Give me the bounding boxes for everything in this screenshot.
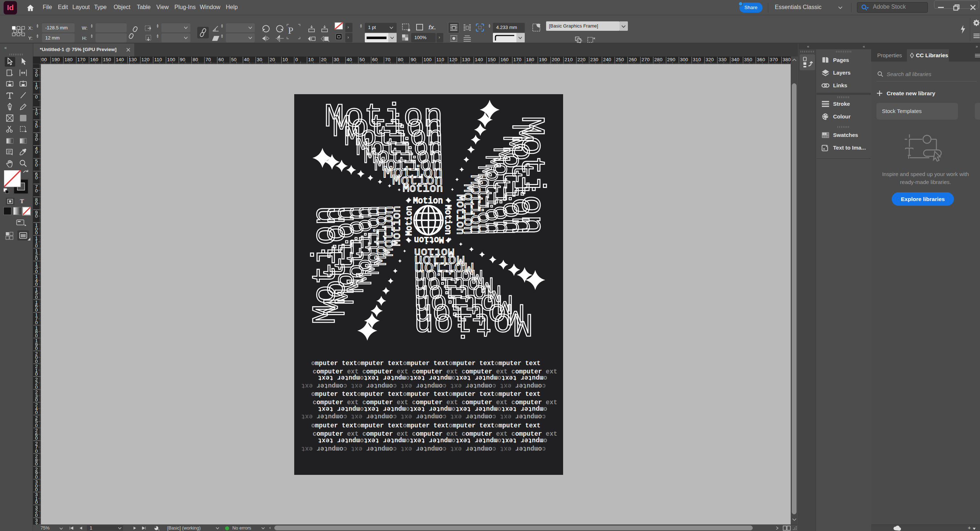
svg-text:270: 270 [642,57,650,62]
svg-text:60: 60 [218,57,224,62]
svg-text:computer ext computer ext comp: computer ext computer ext computer ext c… [301,382,546,389]
svg-text:200: 200 [41,57,47,62]
svg-text:0: 0 [35,175,38,180]
svg-text:0: 0 [35,123,38,129]
svg-text:0: 0 [35,94,38,100]
svg-text:140: 140 [116,57,124,62]
svg-text:computer ext computer ext comp: computer ext computer ext computer ext c… [313,430,557,437]
svg-text:0: 0 [35,162,38,168]
svg-text:computer ext computer ext comp: computer ext computer ext computer ext c… [301,445,546,453]
svg-text:350: 350 [744,57,752,62]
svg-text:220: 220 [578,57,586,62]
svg-text:300: 300 [680,57,688,62]
svg-text:omputer textomputer textompute: omputer textomputer textomputer textompu… [311,391,541,398]
svg-text:360: 360 [757,57,765,62]
svg-text:290: 290 [667,57,676,62]
svg-text:90: 90 [411,57,416,62]
svg-text:0: 0 [35,281,38,287]
svg-text:280: 280 [654,57,663,62]
svg-text:0: 0 [35,346,38,351]
svg-text:0: 0 [35,359,38,364]
svg-text:computer ext computer ext comp: computer ext computer ext computer ext c… [313,368,557,375]
svg-text:160: 160 [501,57,509,62]
svg-text:0: 0 [35,295,38,300]
svg-text:180: 180 [526,57,535,62]
svg-text:0: 0 [35,474,38,480]
svg-text:0: 0 [35,487,38,492]
svg-text:30: 30 [334,57,339,62]
svg-text:0: 0 [35,213,38,219]
svg-text:170: 170 [513,57,522,62]
svg-text:40: 40 [244,57,249,62]
svg-text:200: 200 [552,57,560,62]
svg-text:230: 230 [590,57,598,62]
svg-text:110: 110 [154,57,162,62]
svg-text:260: 260 [628,57,637,62]
svg-text:120: 120 [449,57,457,62]
svg-text:240: 240 [603,57,611,62]
svg-text:50: 50 [360,57,365,62]
svg-text:0: 0 [35,149,38,155]
svg-text:0: 0 [35,320,38,325]
svg-text:0: 0 [35,243,38,249]
svg-text:0: 0 [35,201,38,206]
svg-text:Motion: Motion [324,99,443,136]
svg-text:70: 70 [205,57,211,62]
svg-text:70: 70 [385,57,390,62]
svg-text:50: 50 [231,57,237,62]
svg-text:0: 0 [35,371,38,377]
svg-text:0: 0 [35,333,38,338]
svg-text:150: 150 [103,57,111,62]
svg-text:190: 190 [539,57,547,62]
svg-text:computer ext computer ext comp: computer ext computer ext computer ext c… [301,413,546,420]
svg-text:380: 380 [783,57,791,62]
svg-text:120: 120 [142,57,150,62]
svg-text:140: 140 [475,57,483,62]
svg-text:0: 0 [35,307,38,313]
svg-text:20: 20 [321,57,326,62]
svg-text:250: 250 [616,57,624,62]
svg-text:omputer textomputer textompute: omputer textomputer textomputer textompu… [311,360,541,367]
svg-text:0: 0 [35,435,38,441]
svg-text:130: 130 [462,57,471,62]
svg-text:omputer textomputer textompute: omputer textomputer textomputer textompu… [318,405,547,413]
svg-text:370: 370 [770,57,778,62]
svg-text:330: 330 [718,57,727,62]
svg-text:170: 170 [78,57,86,62]
svg-text:110: 110 [436,57,444,62]
svg-text:190: 190 [52,57,60,62]
svg-text:0: 0 [35,256,38,261]
svg-text:0: 0 [35,499,38,505]
svg-text:130: 130 [129,57,137,62]
svg-text:210: 210 [565,57,573,62]
svg-text:30: 30 [257,57,262,62]
svg-text:0: 0 [35,85,38,91]
svg-text:90: 90 [180,57,185,62]
svg-text:0: 0 [35,269,38,274]
svg-text:160: 160 [90,57,99,62]
svg-text:20: 20 [270,57,275,62]
svg-text:10: 10 [308,57,313,62]
svg-text:0: 0 [35,230,38,236]
svg-text:40: 40 [347,57,352,62]
svg-text:0: 0 [35,188,38,193]
svg-text:310: 310 [693,57,701,62]
svg-text:3: 3 [35,521,38,525]
svg-text:80: 80 [398,57,404,62]
svg-text:computer ext computer ext comp: computer ext computer ext computer ext c… [313,399,557,406]
svg-text:0: 0 [35,111,38,116]
svg-text:150: 150 [488,57,496,62]
svg-text:0: 0 [35,423,38,428]
svg-text:0: 0 [35,512,38,518]
svg-text:0: 0 [35,448,38,454]
svg-text:Motion: Motion [413,196,443,206]
svg-text:0: 0 [35,384,38,390]
svg-text:0: 0 [35,72,38,78]
svg-text:0: 0 [35,137,38,142]
svg-text:0: 0 [295,57,298,62]
svg-text:100: 100 [167,57,175,62]
svg-text:0: 0 [35,461,38,467]
svg-text:80: 80 [193,57,198,62]
svg-text:10: 10 [283,57,288,62]
svg-text:100: 100 [423,57,432,62]
